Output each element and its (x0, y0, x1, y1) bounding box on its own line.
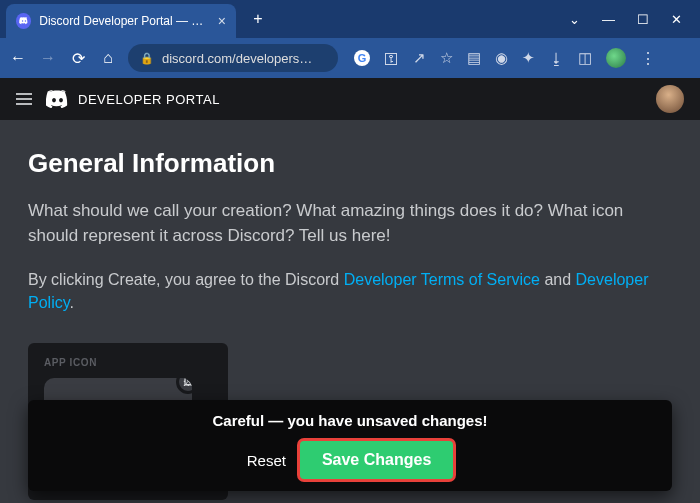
hamburger-menu-icon[interactable] (16, 93, 32, 105)
menu-kebab-icon[interactable]: ⋮ (640, 49, 655, 68)
minimize-icon[interactable]: — (602, 12, 615, 27)
url-text: discord.com/developers… (162, 51, 312, 66)
share-icon[interactable]: ↗ (413, 49, 426, 67)
browser-tab[interactable]: Discord Developer Portal — My A × (6, 4, 236, 38)
app-icon-label: APP ICON (44, 357, 212, 368)
tab-title: Discord Developer Portal — My A (39, 14, 210, 28)
extension-bubble-icon[interactable]: ◉ (495, 49, 508, 67)
chevron-down-icon[interactable]: ⌄ (569, 12, 580, 27)
forward-icon[interactable]: → (38, 49, 58, 67)
unsaved-changes-bar: Careful — you have unsaved changes! Rese… (28, 400, 672, 491)
main-content: General Information What should we call … (0, 120, 700, 503)
profile-extension-icon[interactable] (606, 48, 626, 68)
save-changes-button[interactable]: Save Changes (300, 441, 453, 479)
page-title: General Information (28, 148, 672, 179)
reader-icon[interactable]: ▤ (467, 49, 481, 67)
key-icon[interactable]: ⚿ (384, 50, 399, 67)
home-icon[interactable]: ⌂ (98, 49, 118, 67)
window-controls: ⌄ — ☐ ✕ (569, 12, 700, 27)
window-titlebar: Discord Developer Portal — My A × + ⌄ — … (0, 0, 700, 38)
agree-suffix: . (70, 294, 74, 311)
extensions-icon[interactable]: ✦ (522, 49, 535, 67)
app-header: DEVELOPER PORTAL (0, 78, 700, 120)
user-avatar[interactable] (656, 85, 684, 113)
lock-icon: 🔒 (140, 52, 154, 65)
unsaved-message: Careful — you have unsaved changes! (212, 412, 487, 429)
new-tab-button[interactable]: + (244, 5, 272, 33)
agree-mid: and (540, 271, 576, 288)
close-icon[interactable]: ✕ (671, 12, 682, 27)
discord-mark-icon (46, 90, 70, 108)
page-description: What should we call your creation? What … (28, 199, 672, 248)
back-icon[interactable]: ← (8, 49, 28, 67)
reset-button[interactable]: Reset (247, 452, 286, 469)
tab-close-icon[interactable]: × (218, 13, 226, 29)
address-bar[interactable]: 🔒 discord.com/developers… (128, 44, 338, 72)
star-icon[interactable]: ☆ (440, 49, 453, 67)
discord-logo[interactable]: DEVELOPER PORTAL (46, 90, 220, 108)
sidepanel-icon[interactable]: ◫ (578, 49, 592, 67)
agree-text: By clicking Create, you agree to the Dis… (28, 268, 672, 314)
google-icon[interactable]: G (354, 50, 370, 66)
discord-favicon (16, 13, 31, 29)
maximize-icon[interactable]: ☐ (637, 12, 649, 27)
browser-toolbar: ← → ⟳ ⌂ 🔒 discord.com/developers… G ⚿ ↗ … (0, 38, 700, 78)
portal-title: DEVELOPER PORTAL (78, 92, 220, 107)
download-icon[interactable]: ⭳ (549, 50, 564, 67)
agree-prefix: By clicking Create, you agree to the Dis… (28, 271, 344, 288)
tos-link[interactable]: Developer Terms of Service (344, 271, 540, 288)
reload-icon[interactable]: ⟳ (68, 49, 88, 68)
upload-image-icon[interactable]: 🖼 (176, 378, 192, 394)
